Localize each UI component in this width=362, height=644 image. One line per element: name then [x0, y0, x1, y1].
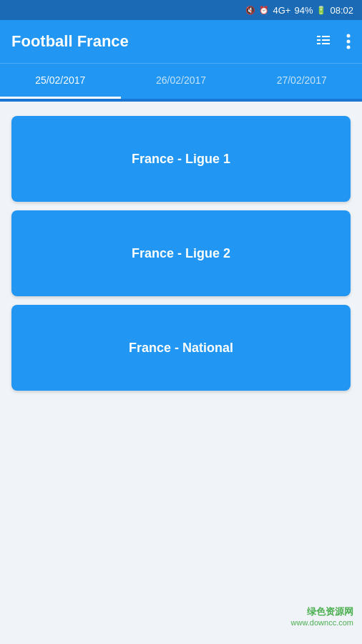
league-card-national-title: France - National: [129, 341, 233, 356]
league-card-ligue2[interactable]: France - Ligue 2: [11, 210, 351, 296]
date-tabs: 25/02/2017 26/02/2017 27/02/2017: [0, 63, 362, 99]
svg-rect-1: [322, 36, 330, 37]
tab-date-2[interactable]: 26/02/2017: [121, 64, 242, 99]
svg-rect-3: [322, 39, 330, 41]
svg-rect-2: [317, 39, 321, 41]
tab-date-3[interactable]: 27/02/2017: [241, 64, 362, 99]
status-bar: 🔇 ⏰ 4G+ 94% 🔋 08:02: [0, 0, 362, 20]
list-icon: [315, 33, 332, 50]
svg-rect-4: [317, 43, 321, 44]
tab-date-1[interactable]: 25/02/2017: [0, 64, 121, 99]
svg-point-8: [347, 46, 351, 49]
watermark-site-name: 绿色资源网: [291, 605, 353, 618]
network-type: 4G+: [273, 5, 290, 16]
svg-point-6: [347, 34, 351, 38]
svg-point-7: [347, 40, 351, 44]
league-card-ligue1-title: France - Ligue 1: [132, 152, 230, 167]
app-bar: Football France: [0, 20, 362, 63]
mute-icon: 🔇: [245, 6, 255, 15]
app-title: Football France: [11, 32, 129, 51]
clock: 08:02: [330, 5, 353, 16]
watermark-url: www.downcc.com: [291, 618, 353, 627]
league-card-national[interactable]: France - National: [11, 305, 351, 391]
watermark: 绿色资源网 www.downcc.com: [291, 605, 353, 627]
more-options-button[interactable]: [346, 34, 351, 49]
list-view-button[interactable]: [315, 33, 332, 50]
content-area: France - Ligue 1 France - Ligue 2 France…: [0, 102, 362, 405]
battery-icon: 🔋: [316, 6, 326, 15]
alarm-icon: ⏰: [259, 6, 269, 15]
app-bar-actions: [315, 33, 351, 50]
league-card-ligue1[interactable]: France - Ligue 1: [11, 116, 351, 202]
more-icon: [346, 34, 351, 49]
status-icons: 🔇 ⏰ 4G+ 94% 🔋 08:02: [245, 5, 353, 16]
league-card-ligue2-title: France - Ligue 2: [132, 246, 230, 261]
svg-rect-5: [322, 43, 330, 44]
battery-level: 94%: [294, 5, 313, 16]
svg-rect-0: [317, 36, 321, 37]
